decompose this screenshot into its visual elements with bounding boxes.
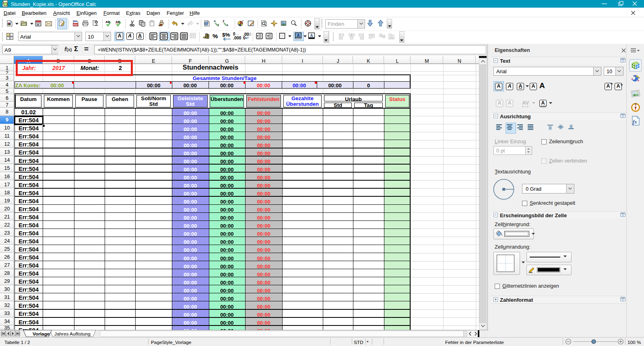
svg-text:A: A: [310, 33, 313, 38]
svg-text:A: A: [297, 33, 299, 38]
svg-text:A: A: [214, 20, 216, 23]
svg-text:Z: Z: [223, 20, 225, 23]
svg-text:PDF: PDF: [73, 24, 78, 26]
svg-text:x: x: [243, 20, 244, 22]
svg-text:A: A: [226, 24, 228, 27]
svg-text:Z: Z: [217, 24, 219, 27]
svg-text:fx: fx: [633, 119, 637, 125]
